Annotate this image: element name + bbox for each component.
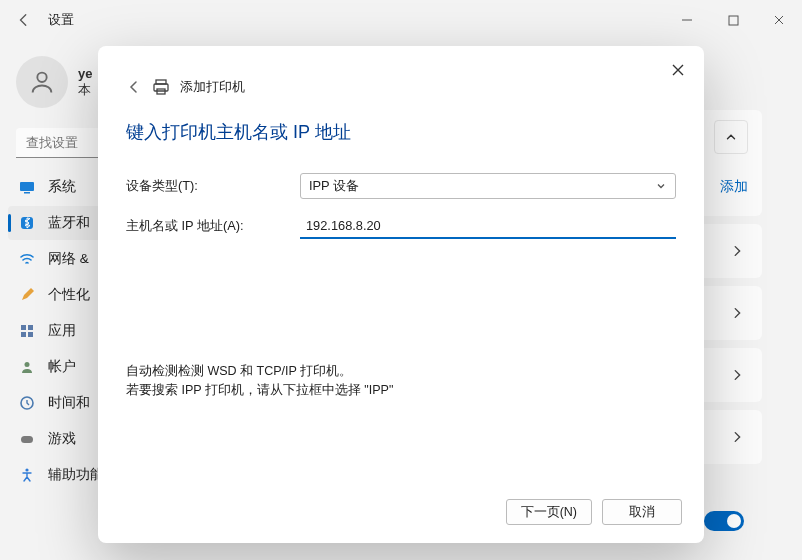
add-device-link[interactable]: 添加 — [720, 178, 748, 196]
svg-point-2 — [37, 73, 46, 82]
profile-name: ye — [78, 66, 92, 81]
profile-sub: 本 — [78, 81, 92, 99]
close-button[interactable] — [756, 0, 802, 40]
avatar — [16, 56, 68, 108]
svg-rect-9 — [28, 325, 33, 330]
svg-rect-14 — [21, 436, 33, 443]
dialog-title: 键入打印机主机名或 IP 地址 — [98, 104, 704, 162]
svg-rect-10 — [21, 332, 26, 337]
sidebar-item-label: 系统 — [48, 178, 76, 196]
person-icon — [28, 68, 56, 96]
toggle-switch[interactable] — [704, 511, 744, 531]
next-button[interactable]: 下一页(N) — [506, 499, 592, 525]
svg-point-15 — [25, 468, 28, 471]
game-icon — [18, 430, 36, 448]
chevron-up-icon — [724, 130, 738, 144]
printer-icon — [152, 78, 170, 96]
chevron-right-icon — [730, 306, 744, 320]
sidebar-item-label: 时间和 — [48, 394, 90, 412]
maximize-button[interactable] — [710, 0, 756, 40]
close-icon — [671, 63, 685, 77]
dialog-header-text: 添加打印机 — [180, 78, 245, 96]
chevron-down-icon — [655, 180, 667, 192]
svg-rect-1 — [729, 16, 738, 25]
arrow-left-icon — [126, 79, 142, 95]
dialog-close-button[interactable] — [664, 56, 692, 84]
wifi-icon — [18, 250, 36, 268]
svg-rect-8 — [21, 325, 26, 330]
close-icon — [773, 14, 785, 26]
device-type-label: 设备类型(T): — [126, 178, 284, 195]
maximize-icon — [728, 15, 739, 26]
apps-icon — [18, 322, 36, 340]
svg-rect-11 — [28, 332, 33, 337]
minimize-icon — [681, 14, 693, 26]
device-type-value: IPP 设备 — [309, 178, 359, 195]
account-icon — [18, 358, 36, 376]
add-printer-dialog: 添加打印机 键入打印机主机名或 IP 地址 设备类型(T): IPP 设备 主机… — [98, 46, 704, 543]
bluetooth-icon — [18, 214, 36, 232]
sidebar-item-label: 个性化 — [48, 286, 90, 304]
svg-rect-6 — [24, 192, 30, 194]
chevron-right-icon — [730, 368, 744, 382]
hint-line-1: 自动检测检测 WSD 和 TCP/IP 打印机。 — [126, 362, 676, 381]
svg-point-12 — [25, 362, 30, 367]
back-button[interactable] — [8, 4, 40, 36]
hint-line-2: 若要搜索 IPP 打印机，请从下拉框中选择 "IPP" — [126, 381, 676, 400]
clock-icon — [18, 394, 36, 412]
chevron-right-icon — [730, 244, 744, 258]
minimize-button[interactable] — [664, 0, 710, 40]
sidebar-item-label: 网络 & — [48, 250, 89, 268]
svg-rect-17 — [154, 84, 168, 91]
sidebar-item-label: 帐户 — [48, 358, 76, 376]
svg-rect-5 — [20, 182, 34, 191]
system-icon — [18, 178, 36, 196]
window-title: 设置 — [48, 11, 74, 29]
sidebar-item-label: 应用 — [48, 322, 76, 340]
collapse-button[interactable] — [714, 120, 748, 154]
cancel-button[interactable]: 取消 — [602, 499, 682, 525]
host-address-label: 主机名或 IP 地址(A): — [126, 218, 284, 235]
sidebar-item-label: 游戏 — [48, 430, 76, 448]
host-address-input[interactable] — [300, 213, 676, 239]
arrow-left-icon — [17, 13, 31, 27]
dialog-back-button[interactable] — [126, 79, 142, 95]
sidebar-item-label: 辅助功能 — [48, 466, 104, 484]
brush-icon — [18, 286, 36, 304]
device-type-select[interactable]: IPP 设备 — [300, 173, 676, 199]
chevron-right-icon — [730, 430, 744, 444]
sidebar-item-label: 蓝牙和 — [48, 214, 90, 232]
accessibility-icon — [18, 466, 36, 484]
